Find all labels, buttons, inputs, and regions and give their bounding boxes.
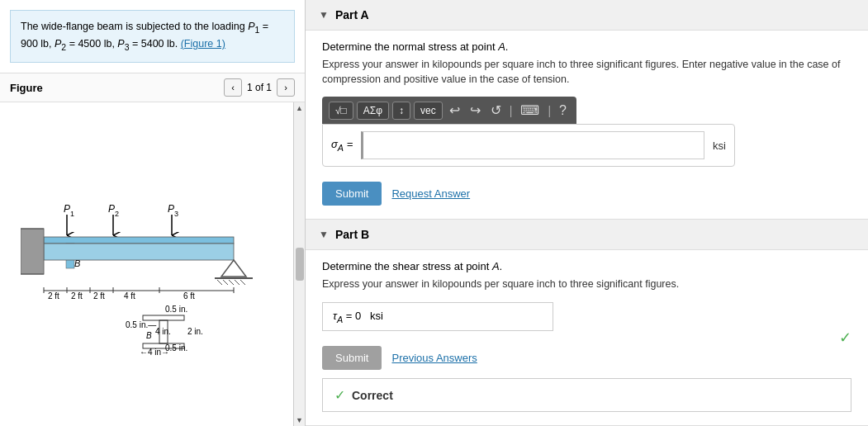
svg-text:P: P — [168, 203, 174, 215]
math-input-area: √□ ΑΣφ ↕ vec ↩ ↪ ↺ | ⌨ | ? σA = ks — [322, 97, 851, 175]
correct-checkmark-icon: ✓ — [334, 387, 345, 403]
svg-text:2 ft: 2 ft — [93, 291, 105, 301]
sqrt-button[interactable]: √□ — [329, 102, 353, 120]
help-button[interactable]: ? — [556, 102, 570, 120]
vec-button[interactable]: vec — [414, 102, 443, 120]
right-panel: ▼ Part A Determine the normal stress at … — [306, 0, 868, 426]
part-b-collapse-arrow: ▼ — [319, 229, 329, 240]
svg-text:2: 2 — [115, 210, 119, 218]
toolbar-separator2: | — [548, 104, 551, 117]
redo-button[interactable]: ↪ — [467, 101, 484, 120]
svg-text:0.5 in.—: 0.5 in.— — [126, 320, 156, 329]
svg-marker-17 — [221, 260, 246, 277]
part-b-label: Part B — [335, 228, 369, 241]
figure-title: Figure — [10, 82, 43, 94]
scroll-down-arrow[interactable]: ▼ — [296, 416, 303, 424]
part-b-submit-button[interactable]: Submit — [322, 346, 382, 370]
svg-line-19 — [217, 280, 222, 285]
svg-line-23 — [240, 280, 245, 285]
svg-text:P: P — [108, 203, 115, 215]
problem-text: The wide-flange beam is subjected to the… — [21, 21, 268, 50]
beam-diagram: P 1 P 2 P 3 A — [12, 161, 293, 367]
svg-text:0.5 in.: 0.5 in. — [165, 305, 187, 314]
keyboard-button[interactable]: ⌨ — [517, 101, 543, 120]
svg-text:B: B — [74, 258, 80, 268]
part-a-label: Part A — [335, 8, 369, 21]
part-a-description: Determine the normal stress at point A. — [322, 40, 851, 53]
part-b-instruction: Express your answer in kilopounds per sq… — [322, 277, 851, 292]
svg-text:0.5 in.: 0.5 in. — [165, 343, 187, 353]
part-a-body: Determine the normal stress at point A. … — [306, 31, 868, 219]
part-b-answer-display: τA = 0 ksi — [322, 302, 553, 332]
part-a-collapse-arrow: ▼ — [319, 9, 329, 21]
svg-rect-13 — [21, 229, 44, 274]
part-b-action-row: Submit Previous Answers — [322, 346, 851, 370]
svg-text:4 ft: 4 ft — [124, 291, 135, 301]
svg-text:2 ft: 2 ft — [48, 291, 59, 301]
part-b-checkmark: ✓ — [839, 329, 851, 347]
part-a-header[interactable]: ▼ Part A — [306, 0, 868, 31]
sigma-a-input[interactable] — [361, 131, 704, 159]
part-b-body: ✓ Determine the shear stress at point A.… — [306, 250, 868, 425]
svg-rect-10 — [44, 237, 234, 244]
svg-text:2 in.: 2 in. — [187, 327, 203, 336]
undo-button[interactable]: ↩ — [446, 101, 463, 120]
svg-text:6 ft: 6 ft — [183, 291, 195, 301]
svg-rect-12 — [44, 244, 234, 260]
figure-nav: ‹ 1 of 1 › — [224, 78, 295, 97]
svg-line-22 — [235, 280, 240, 285]
part-a-instruction: Express your answer in kilopounds per sq… — [322, 58, 851, 87]
svg-text:2 ft: 2 ft — [71, 291, 83, 301]
next-figure-button[interactable]: › — [277, 78, 295, 97]
sigma-label: σA = — [331, 138, 353, 153]
updown-button[interactable]: ↕ — [392, 102, 410, 120]
alpha-sigma-phi-button[interactable]: ΑΣφ — [357, 102, 389, 120]
figure-header: Figure ‹ 1 of 1 › — [0, 73, 305, 102]
part-a-request-answer-button[interactable]: Request Answer — [391, 187, 470, 200]
scroll-thumb[interactable] — [296, 248, 304, 281]
part-a-submit-button[interactable]: Submit — [322, 182, 382, 206]
refresh-button[interactable]: ↺ — [487, 101, 505, 120]
problem-statement: The wide-flange beam is subjected to the… — [10, 10, 295, 63]
svg-line-21 — [229, 280, 234, 285]
part-b-section: ▼ Part B ✓ Determine the shear stress at… — [306, 220, 868, 426]
left-panel: The wide-flange beam is subjected to the… — [0, 0, 306, 426]
svg-text:B: B — [146, 331, 152, 340]
svg-text:3: 3 — [174, 210, 178, 218]
scroll-up-arrow[interactable]: ▲ — [296, 104, 303, 112]
part-b-previous-answers-button[interactable]: Previous Answers — [391, 352, 477, 364]
correct-section: ✓ Correct — [322, 378, 851, 412]
math-toolbar: √□ ΑΣφ ↕ vec ↩ ↪ ↺ | ⌨ | ? — [322, 97, 576, 124]
figure-scrollbar[interactable]: ▲ ▼ — [293, 102, 305, 426]
part-b-description: Determine the shear stress at point A. — [322, 260, 851, 272]
input-row: σA = ksi — [331, 131, 726, 159]
figure-link[interactable]: (Figure 1) — [181, 38, 225, 50]
part-a-section: ▼ Part A Determine the normal stress at … — [306, 0, 868, 220]
svg-line-20 — [223, 280, 228, 285]
prev-figure-button[interactable]: ‹ — [224, 78, 242, 97]
figure-count: 1 of 1 — [247, 82, 272, 93]
part-b-header[interactable]: ▼ Part B — [306, 220, 868, 250]
svg-text:P: P — [64, 203, 70, 215]
figure-area: P 1 P 2 P 3 A — [0, 102, 305, 426]
input-wrapper: σA = ksi — [322, 124, 735, 167]
ksi-unit-a: ksi — [713, 140, 726, 152]
toolbar-separator: | — [510, 104, 513, 117]
svg-text:4 in.: 4 in. — [155, 327, 171, 336]
correct-label: Correct — [352, 389, 393, 402]
svg-text:1: 1 — [70, 210, 74, 218]
part-a-action-row: Submit Request Answer — [322, 182, 851, 206]
